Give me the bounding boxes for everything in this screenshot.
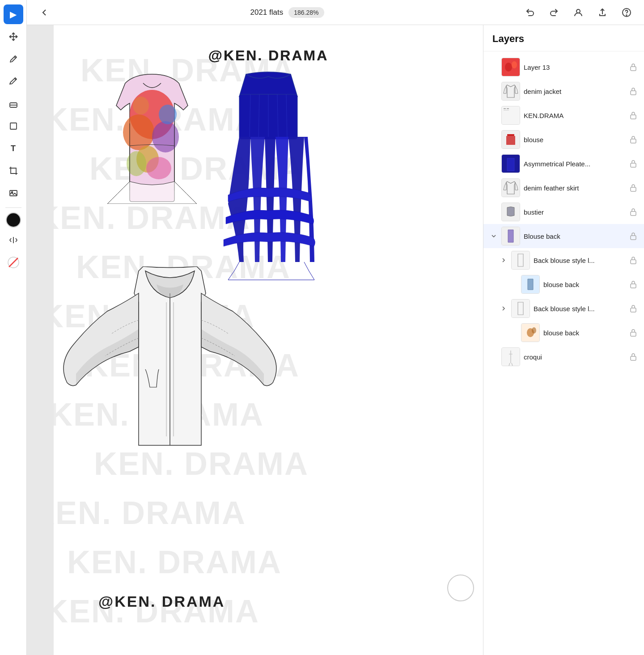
svg-rect-1 (10, 123, 17, 129)
layer-lock-denim-feather[interactable] (629, 183, 638, 192)
layer-lock-ken-drama[interactable] (629, 111, 638, 120)
svg-point-11 (152, 121, 179, 152)
layer-thumb-back-blouse-style-1 (511, 251, 530, 270)
svg-point-3 (11, 192, 13, 193)
svg-rect-46 (631, 187, 636, 191)
layer-item-asymmetrical[interactable]: Asymmetrical Pleate... (483, 152, 644, 176)
layer-name-ken-drama: KEN.DRAMA (524, 112, 625, 119)
move-tool[interactable] (4, 27, 23, 46)
svg-rect-62 (631, 356, 636, 360)
slash-tool[interactable] (4, 253, 23, 272)
sidebar-header: Layers (483, 25, 644, 51)
layer-thumb-blouse-back-sub1 (521, 275, 540, 294)
layer-thumb-bustier (501, 203, 520, 221)
app-header: 2021 flats 186.28% (27, 0, 644, 25)
layers-title: Layers (492, 33, 524, 44)
layer-name-back-blouse-style-1: Back blouse style l... (534, 257, 625, 264)
layer-name-blouse-back-sub2: blouse back (543, 329, 625, 337)
layer-toggle-blouse-back[interactable] (490, 232, 498, 240)
redo-button[interactable] (546, 4, 563, 21)
canvas-area[interactable]: KEN. DRAMA KEN. DRAMA KEN. DRAMA KEN. DR… (27, 25, 483, 655)
layer-name-denim-jacket: denim jacket (524, 88, 625, 95)
layers-list[interactable]: Layer 13denim jacketKEN.DRAMAblouseAsymm… (483, 51, 644, 655)
zoom-level[interactable]: 186.28% (288, 7, 324, 18)
image-tool[interactable] (4, 183, 23, 203)
flip-tool[interactable] (4, 230, 23, 250)
canvas-page[interactable]: KEN. DRAMA KEN. DRAMA KEN. DRAMA KEN. DR… (54, 25, 483, 655)
color-picker-circle[interactable] (447, 575, 474, 601)
svg-rect-48 (631, 211, 636, 216)
layer-toggle-back-blouse-style-2[interactable] (500, 304, 508, 313)
svg-rect-41 (506, 136, 515, 145)
brand-label-top-display: @KEN. DRAMA (208, 47, 329, 64)
svg-point-6 (576, 9, 580, 13)
pen-tool[interactable] (4, 49, 23, 69)
select-tool[interactable]: ▶ (4, 4, 23, 24)
watermark-10: KEN. DRAMA (54, 494, 246, 531)
help-button[interactable] (618, 4, 635, 21)
layer-thumb-croqui (501, 347, 520, 366)
layer-lock-denim-jacket[interactable] (629, 87, 638, 96)
layer-lock-croqui[interactable] (629, 352, 638, 361)
layer-lock-back-blouse-style-1[interactable] (629, 256, 638, 265)
back-button[interactable] (36, 4, 53, 21)
svg-rect-40 (507, 134, 514, 136)
layer-item-bustier[interactable]: bustier (483, 200, 644, 224)
layer-item-denim-feather[interactable]: denim feather skirt (483, 176, 644, 200)
svg-point-13 (146, 157, 171, 179)
shape-tool[interactable] (4, 116, 23, 136)
share-button[interactable] (594, 4, 611, 21)
layer-thumb-layer13 (501, 58, 520, 76)
svg-rect-37 (504, 110, 509, 110)
layer-item-blouse-back[interactable]: Blouse back (483, 224, 644, 248)
watermark-11: KEN. DRAMA (67, 544, 282, 580)
svg-rect-56 (631, 308, 636, 312)
layer-lock-blouse-back-sub1[interactable] (629, 280, 638, 289)
svg-point-16 (133, 97, 149, 114)
brand-label-bottom: @KEN. DRAMA (98, 593, 225, 610)
layer-item-blouse-back-sub1[interactable]: blouse back (483, 272, 644, 296)
floral-blouse-illustration (89, 70, 215, 204)
layer-thumb-asymmetrical (501, 154, 520, 173)
layer-item-blouse[interactable]: blouse (483, 127, 644, 152)
layer-lock-blouse-back-sub2[interactable] (629, 328, 638, 337)
layers-sidebar: Layers Layer 13denim jacketKEN.DRAMAblou… (483, 25, 644, 655)
layer-name-croqui: croqui (524, 353, 625, 361)
header-right (521, 4, 635, 21)
eraser-tool[interactable] (4, 94, 23, 114)
text-tool[interactable]: T (4, 139, 23, 158)
layer-item-denim-jacket[interactable]: denim jacket (483, 79, 644, 103)
color-swatch[interactable] (6, 212, 21, 228)
crop-tool[interactable] (4, 161, 23, 181)
layer-item-ken-drama[interactable]: KEN.DRAMA (483, 103, 644, 127)
user-button[interactable] (570, 4, 587, 21)
layer-lock-back-blouse-style-2[interactable] (629, 304, 638, 313)
layer-thumb-blouse (501, 130, 520, 149)
svg-rect-42 (631, 139, 636, 143)
pencil-tool[interactable] (4, 72, 23, 91)
layer-lock-layer13[interactable] (629, 63, 638, 72)
layer-name-bustier: bustier (524, 208, 625, 216)
svg-point-29 (505, 63, 512, 72)
layer-item-back-blouse-style-1[interactable]: Back blouse style l... (483, 248, 644, 272)
svg-rect-33 (631, 91, 636, 95)
layer-name-blouse-back: Blouse back (524, 232, 625, 240)
toolbar-separator (5, 207, 21, 208)
layer-item-croqui[interactable]: croqui (483, 345, 644, 369)
layer-item-blouse-back-sub2[interactable]: blouse back (483, 321, 644, 345)
undo-button[interactable] (521, 4, 538, 21)
layer-lock-blouse-back[interactable] (629, 232, 638, 241)
layer-lock-asymmetrical[interactable] (629, 159, 638, 168)
layer-name-asymmetrical: Asymmetrical Pleate... (524, 160, 625, 168)
content-area: KEN. DRAMA KEN. DRAMA KEN. DRAMA KEN. DR… (27, 25, 644, 655)
layer-lock-bustier[interactable] (629, 207, 638, 216)
layer-item-back-blouse-style-2[interactable]: Back blouse style l... (483, 296, 644, 321)
svg-point-8 (626, 15, 627, 16)
layer-item-layer13[interactable]: Layer 13 (483, 55, 644, 79)
left-toolbar: ▶ T (0, 0, 27, 655)
header-left (36, 4, 53, 21)
layer-lock-blouse[interactable] (629, 135, 638, 144)
layer-thumb-blouse-back-sub2 (521, 323, 540, 342)
layer-toggle-back-blouse-style-1[interactable] (500, 256, 508, 264)
svg-rect-36 (507, 108, 509, 109)
